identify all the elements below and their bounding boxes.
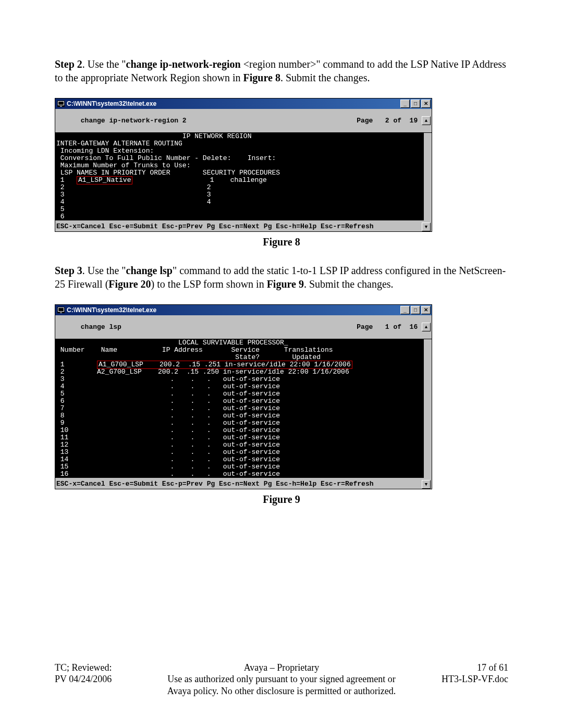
terminal-line: Incoming LDN Extension:: [56, 147, 431, 155]
figure8-body: IP NETWORK REGIONINTER-GATEWAY ALTERNATE…: [55, 133, 432, 220]
figure9-body: LOCAL SURVIVABLE PROCESSOR_ Number Name …: [55, 339, 432, 478]
footer-left-2: PV 04/24/2006: [55, 673, 159, 685]
telnet-icon: [57, 101, 65, 107]
footer-center-1: Avaya – Proprietary: [159, 662, 404, 674]
scroll-up-button[interactable]: ▲: [422, 116, 431, 125]
footer-center-3: Avaya policy. No other disclosure is per…: [159, 685, 404, 697]
figure8-window: C:\WINNT\system32\telnet.exe _ □ ✕ chang…: [55, 98, 432, 232]
svg-rect-6: [58, 308, 64, 311]
figure9-title: C:\WINNT\system32\telnet.exe: [67, 306, 156, 314]
terminal-line: State? Updated: [56, 354, 431, 361]
terminal-line: 2 A2_G700_LSP 200.2 .15 .250 in-service/…: [56, 368, 431, 376]
terminal-line: 5: [56, 206, 431, 213]
terminal-line: 1 A1_G700_LSP 200.2 .15 .251 in-service/…: [56, 361, 431, 368]
terminal-line: 2 2: [56, 184, 431, 191]
figure8-cmdbar: change ip-network-region 2 Page 2 of 19 …: [55, 109, 432, 133]
step2-paragraph: Step 2. Use the "change ip-network-regio…: [55, 57, 508, 84]
step3-figref2: Figure 9: [267, 278, 304, 290]
footer-right-1: 17 of 61: [404, 662, 508, 674]
footer-left-1: TC; Reviewed:: [55, 662, 159, 674]
figure8-footer: ESC-x=Cancel Esc-e=Submit Esc-p=Prev Pg …: [55, 223, 432, 231]
terminal-line: Conversion To Full Public Number - Delet…: [56, 155, 431, 162]
close-button[interactable]: ✕: [421, 306, 431, 314]
figure8-title: C:\WINNT\system32\telnet.exe: [67, 100, 156, 107]
svg-rect-3: [60, 106, 62, 107]
terminal-line: Maximum Number of Trunks to Use:: [56, 162, 431, 169]
figure8-titlebar[interactable]: C:\WINNT\system32\telnet.exe _ □ ✕: [55, 98, 432, 109]
footer-center-2: Use as authorized only pursuant to your …: [159, 673, 404, 685]
terminal-line: 11 . . . out-of-service: [56, 434, 431, 441]
terminal-line: 7 . . . out-of-service: [56, 405, 431, 412]
terminal-line: 6: [56, 213, 431, 220]
step3-label: Step 3: [55, 265, 82, 276]
scroll-down-button[interactable]: ▼: [422, 223, 431, 231]
figure8-caption: Figure 8: [55, 236, 508, 248]
page-footer: TC; Reviewed: Avaya – Proprietary 17 of …: [55, 662, 508, 697]
figure9-footer: ESC-x=Cancel Esc-e=Submit Esc-p=Prev Pg …: [55, 480, 432, 489]
figure9-footer-text: ESC-x=Cancel Esc-e=Submit Esc-p=Prev Pg …: [56, 480, 374, 489]
terminal-line: 15 . . . out-of-service: [56, 463, 431, 471]
minimize-button[interactable]: _: [400, 306, 410, 314]
terminal-line: 4 . . . out-of-service: [56, 383, 431, 390]
figure9-titlebar[interactable]: C:\WINNT\system32\telnet.exe _ □ ✕: [55, 305, 432, 315]
step3-figref1: Figure 20: [108, 278, 151, 290]
terminal-line: 16 . . . out-of-service: [56, 471, 431, 478]
terminal-line: 10 . . . out-of-service: [56, 427, 431, 434]
step2-figref: Figure 8: [243, 72, 280, 83]
step3-paragraph: Step 3. Use the "change lsp" command to …: [55, 264, 508, 291]
figure9-cmdbar: change lsp Page 1 of 16 ▲: [55, 315, 432, 339]
terminal-line: LSP NAMES IN PRIORITY ORDER SECURITY PRO…: [56, 169, 431, 177]
terminal-line: 5 . . . out-of-service: [56, 390, 431, 398]
figure9-page: Page 1 of 16: [357, 323, 422, 331]
terminal-line: 1 A1_LSP_Native 1 challenge: [56, 177, 431, 184]
maximize-button[interactable]: □: [411, 100, 420, 108]
scroll-down-button[interactable]: ▼: [422, 480, 431, 489]
terminal-line: Number Name IP Address Service Translati…: [56, 347, 431, 354]
terminal-line: 14 . . . out-of-service: [56, 456, 431, 463]
figure8-cmd: change ip-network-region 2: [81, 117, 187, 125]
figure9-window: C:\WINNT\system32\telnet.exe _ □ ✕ chang…: [55, 304, 432, 489]
terminal-line: 4 4: [56, 199, 431, 206]
telnet-icon: [57, 307, 65, 313]
step2-command: change ip-network-region: [126, 58, 243, 70]
figure9-caption: Figure 9: [55, 493, 508, 505]
terminal-line: 6 . . . out-of-service: [56, 398, 431, 405]
figure8-footer-text: ESC-x=Cancel Esc-e=Submit Esc-p=Prev Pg …: [56, 223, 374, 231]
terminal-line: 8 . . . out-of-service: [56, 412, 431, 419]
step2-label: Step 2: [55, 58, 82, 70]
figure8-page: Page 2 of 19: [357, 117, 422, 125]
terminal-line: 3 3: [56, 191, 431, 199]
terminal-line: 12 . . . out-of-service: [56, 441, 431, 449]
terminal-line: INTER-GATEWAY ALTERNATE ROUTING: [56, 140, 431, 147]
figure9-scrollbar[interactable]: [424, 339, 432, 478]
close-button[interactable]: ✕: [421, 100, 431, 108]
terminal-line: IP NETWORK REGION: [56, 133, 431, 140]
terminal-line: 9 . . . out-of-service: [56, 419, 431, 427]
svg-rect-2: [58, 102, 64, 105]
figure8-scrollbar[interactable]: [424, 133, 432, 220]
footer-right-2: HT3-LSP-VF.doc: [404, 673, 508, 685]
svg-rect-7: [60, 312, 62, 313]
figure9-cmd: change lsp: [81, 323, 121, 331]
maximize-button[interactable]: □: [411, 306, 420, 314]
scroll-up-button[interactable]: ▲: [422, 323, 431, 331]
terminal-line: 13 . . . out-of-service: [56, 449, 431, 456]
terminal-line: 3 . . . out-of-service: [56, 376, 431, 383]
step3-command: change lsp: [126, 265, 173, 276]
terminal-line: LOCAL SURVIVABLE PROCESSOR_: [56, 339, 431, 347]
minimize-button[interactable]: _: [400, 100, 410, 108]
